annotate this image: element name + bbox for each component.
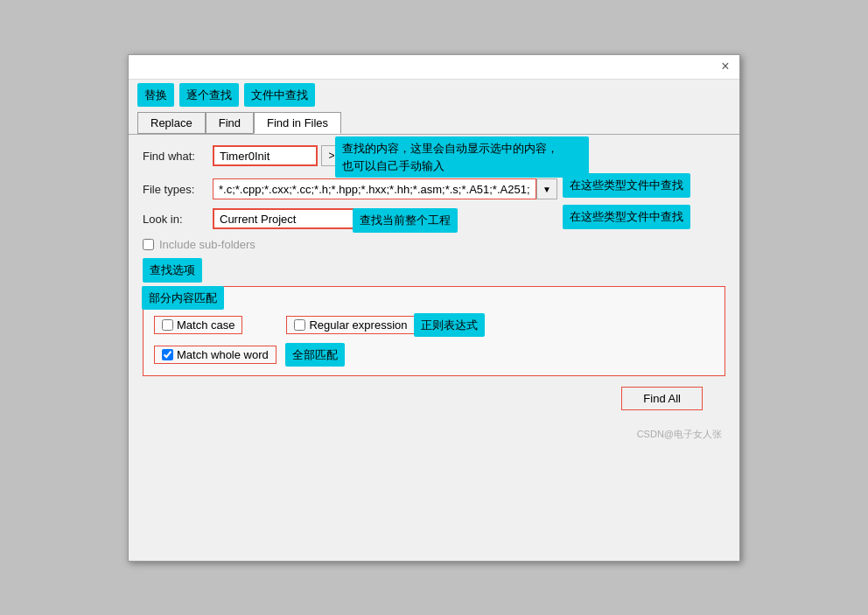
find-options-section-annotation: 查找选项 [143, 258, 202, 283]
full-match-annotation: 全部匹配 [285, 343, 345, 367]
match-case-option: Match case [154, 316, 242, 334]
in-these-types-annotation: 在这些类型文件中查找 [563, 173, 690, 198]
tab-replace[interactable]: Replace [137, 112, 206, 134]
find-options-box: Find options 部分内容匹配 Match case Regular e… [143, 286, 725, 377]
file-types-dropdown-btn[interactable]: ▼ [536, 178, 557, 199]
regex-option: Regular expression 正则表达式 [286, 316, 415, 334]
tab-find[interactable]: Find [206, 112, 254, 134]
match-whole-word-checkbox[interactable] [162, 349, 173, 360]
match-whole-word-label: Match whole word [177, 348, 269, 361]
match-case-checkbox[interactable] [162, 319, 173, 331]
close-button[interactable]: × [717, 58, 734, 75]
find-what-annotation: 查找的内容，这里会自动显示选中的内容，也可以自己手动输入 [335, 136, 589, 178]
find-options-title: Find options [154, 296, 714, 309]
look-in-annotation: 查找当前整个工程 [353, 208, 458, 233]
file-types-annotation: 在这些类型文件中查找 [563, 205, 690, 229]
tab-find-annotation: 逐个查找 [179, 83, 239, 108]
match-case-label: Match case [177, 318, 234, 332]
tabs-container: Replace Find Find in Files [129, 107, 739, 135]
watermark: CSDN@电子女人张 [143, 428, 725, 441]
find-in-files-dialog: × 替换 逐个查找 文件中查找 Replace Find Find in Fil… [128, 54, 740, 562]
subfolders-checkbox[interactable] [143, 239, 154, 250]
subfolders-label: Include sub-folders [159, 238, 256, 251]
regex-annotation: 正则表达式 [414, 313, 485, 338]
look-in-label: Look in: [143, 213, 213, 226]
find-all-button[interactable]: Find All [621, 387, 703, 410]
tab-findinfiles-annotation: 文件中查找 [244, 83, 315, 108]
tab-replace-annotation: 替换 [137, 83, 174, 108]
regex-label: Regular expression [309, 318, 407, 332]
file-types-input[interactable] [213, 178, 536, 199]
title-bar: × [129, 55, 739, 80]
regex-checkbox[interactable] [294, 319, 305, 331]
partial-match-annotation: 部分内容匹配 [142, 286, 224, 311]
find-what-label: Find what: [143, 150, 213, 163]
match-whole-word-option: Match whole word [154, 346, 276, 364]
find-what-input[interactable] [213, 145, 318, 166]
file-types-label: File types: [143, 183, 213, 196]
tab-find-in-files[interactable]: Find in Files [254, 112, 341, 134]
